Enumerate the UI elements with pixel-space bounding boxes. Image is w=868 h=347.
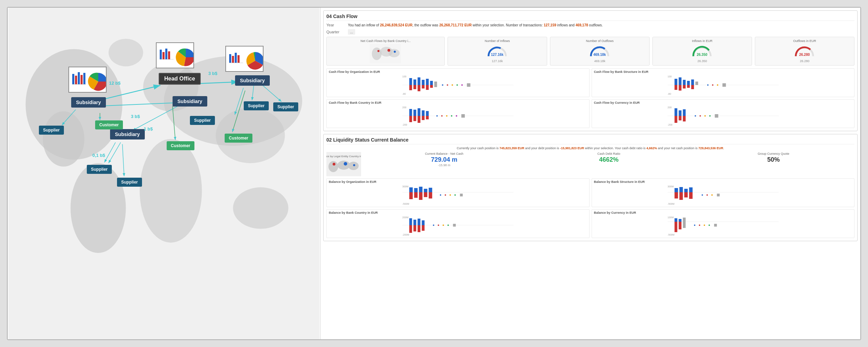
svg-rect-109 [426, 116, 429, 119]
svg-point-167 [701, 194, 703, 196]
chart-liq-bankstruct-title: Balance by Bank Structure in EUR [594, 180, 852, 184]
node-supplier-1[interactable]: Supplier [39, 126, 64, 135]
flow-label-3b-mid: 3 b$ [131, 114, 140, 119]
node-customer-3[interactable]: Customer [225, 134, 252, 143]
svg-rect-149 [429, 188, 432, 192]
node-supplier-2[interactable]: Supplier [87, 165, 112, 174]
cash-flow-section: 04 Cash Flow Year You had an inflow of 2… [323, 10, 858, 131]
svg-point-184 [443, 225, 444, 226]
kpi-inflows-gauge: 127.16k [487, 44, 508, 58]
svg-point-74 [447, 84, 448, 86]
flow-label-12b: 12 b$ [109, 81, 120, 86]
svg-rect-166 [689, 192, 692, 199]
svg-rect-107 [422, 116, 425, 120]
chart-liq-bankcountry-area: 200M -200M [329, 215, 587, 236]
svg-point-153 [450, 194, 451, 196]
kpi-outflows-eur-sub: 26.280 [758, 59, 851, 63]
chart-liq-bankcountry: Balance by Bank Country in EUR 200M -200… [326, 209, 590, 238]
map-thumbnail-2 [156, 42, 194, 68]
svg-point-50 [387, 49, 390, 52]
svg-point-126 [699, 115, 701, 117]
svg-point-128 [709, 115, 710, 117]
map-thumbnail-1 [68, 67, 107, 93]
svg-rect-106 [422, 110, 425, 116]
svg-rect-181 [422, 225, 425, 231]
svg-rect-89 [687, 85, 690, 88]
node-supplier-3[interactable]: Supplier [117, 178, 142, 187]
chart-liq-org-area: 300M -500M [329, 185, 587, 205]
svg-point-3 [70, 163, 126, 253]
svg-point-2 [43, 111, 84, 167]
svg-rect-87 [683, 85, 685, 88]
left-panel: Head Office Subsidiary Subsidiary Subsid… [8, 8, 320, 339]
svg-rect-29 [81, 75, 83, 84]
svg-rect-121 [678, 110, 681, 116]
svg-point-93 [707, 84, 708, 86]
svg-rect-155 [460, 194, 463, 196]
node-subsidiary-1[interactable]: Subsidiary [71, 97, 106, 108]
liquidity-map: Balance by Legal Entity Country in EUR [326, 152, 361, 176]
svg-rect-161 [679, 187, 683, 192]
svg-rect-177 [414, 225, 416, 231]
filter-year-label: Year [326, 23, 344, 27]
svg-point-185 [448, 225, 449, 226]
svg-rect-124 [683, 116, 685, 121]
flow-label-01b: 0,1 b$ [92, 153, 105, 158]
svg-point-73 [442, 84, 443, 86]
node-head-office[interactable]: Head Office [159, 73, 201, 85]
liq-debtratio-value: 4662% [528, 156, 690, 163]
svg-text:-80: -80 [667, 93, 671, 95]
filter-dots[interactable]: ... [348, 29, 355, 35]
node-supplier-4[interactable]: Supplier [190, 116, 215, 125]
svg-point-5 [140, 139, 202, 243]
chart-bank-struct: Cash Flow by Bank Structure in EUR 100 -… [592, 68, 855, 97]
svg-rect-146 [419, 192, 423, 200]
svg-rect-115 [461, 114, 465, 118]
chart-org-title: Cash Flow by Organization in EUR [329, 70, 587, 74]
kpi-outflows-sub: 469.18k [553, 59, 646, 63]
liquidity-title: 02 Liquidity Status Current Balance [326, 137, 854, 144]
svg-rect-180 [422, 220, 425, 225]
node-customer-1[interactable]: Customer [95, 120, 123, 129]
chart-bank-struct-area: 100 -80 [594, 75, 852, 95]
liq-currquote-title: Group Currency Quote [693, 152, 854, 155]
chart-org: Cash Flow by Organization in EUR 100 -80 [326, 68, 590, 97]
node-subsidiary-3[interactable]: Subsidiary [110, 129, 145, 139]
chart-bank-country-title: Cash Flow by Bank Country in EUR [329, 101, 587, 104]
node-customer-2[interactable]: Customer [167, 141, 194, 150]
svg-point-9 [109, 39, 143, 67]
svg-text:-500M: -500M [667, 234, 674, 236]
svg-text:-200: -200 [667, 124, 672, 126]
svg-rect-194 [683, 218, 685, 222]
filter-quarter-row: Quarter ... [326, 29, 854, 35]
chart-currency-title: Cash Flow by Currency in EUR [594, 101, 852, 104]
kpi-outflows-gauge: 469.18k [589, 44, 610, 58]
svg-rect-186 [453, 224, 456, 227]
svg-point-168 [706, 194, 708, 196]
svg-point-152 [445, 194, 446, 196]
svg-rect-85 [678, 85, 681, 91]
svg-rect-84 [678, 77, 681, 85]
svg-rect-71 [434, 82, 437, 85]
node-supplier-6[interactable]: Supplier [273, 102, 298, 111]
svg-rect-102 [414, 110, 416, 116]
svg-rect-64 [418, 85, 420, 91]
svg-rect-72 [434, 85, 437, 87]
node-supplier-5[interactable]: Supplier [244, 101, 269, 110]
svg-point-198 [703, 225, 705, 226]
kpi-inflows-eur-gauge: 26.350 [692, 44, 712, 58]
node-subsidiary-4[interactable]: Subsidiary [235, 75, 270, 86]
liquidity-kpi-row: Balance by Legal Entity Country in EUR C… [326, 152, 854, 176]
cash-flow-charts-grid: Cash Flow by Organization in EUR 100 -80 [326, 68, 854, 128]
liq-kpi-debratio: Cash Debt Ratio 4662% [528, 152, 690, 167]
kpi-outflows-eur-title: Outflows in EUR [758, 39, 851, 43]
kpi-inflows-sub: 127.16k [451, 59, 544, 63]
svg-rect-82 [674, 79, 677, 85]
svg-text:26.280: 26.280 [799, 53, 810, 57]
svg-point-75 [452, 84, 453, 86]
svg-rect-65 [422, 80, 425, 85]
right-panel: 04 Cash Flow Year You had an inflow of 2… [320, 8, 860, 339]
node-subsidiary-2[interactable]: Subsidiary [173, 96, 207, 107]
filter-year-desc: You had an inflow of 26,246,839,524 EUR,… [348, 23, 854, 27]
svg-point-51 [394, 51, 396, 53]
